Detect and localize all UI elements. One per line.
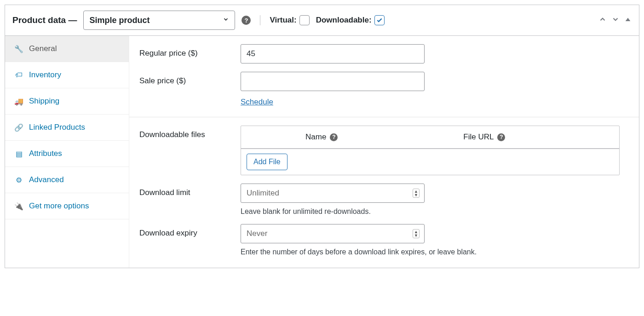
panel-title: Product data — [12,15,77,25]
stepper-arrows-icon[interactable]: ▲▼ [413,229,420,238]
product-data-tabs: 🔧 General 🏷 Inventory 🚚 Shipping 🔗 Linke… [5,36,129,268]
plug-icon: 🔌 [14,202,23,211]
download-limit-label: Download limit [139,184,241,197]
truck-icon: 🚚 [14,97,23,106]
virtual-checkbox[interactable] [299,15,310,25]
row-download-expiry: Download expiry Never ▲▼ Enter the numbe… [129,216,639,256]
chevron-down-icon [223,16,229,24]
tab-label: Advanced [29,175,64,184]
tab-shipping[interactable]: 🚚 Shipping [5,88,129,115]
tab-inventory[interactable]: 🏷 Inventory [5,62,129,88]
help-icon[interactable]: ? [330,133,338,141]
list-icon: ▤ [14,149,23,158]
move-down-icon[interactable] [611,15,620,26]
tab-label: Get more options [29,201,89,211]
help-icon[interactable]: ? [242,16,251,25]
panel-header: Product data — Simple product ? Virtual:… [5,5,639,36]
gear-icon: ⚙ [14,176,23,184]
row-downloadable-files: Downloadable files Name ? File URL ? [129,117,639,175]
product-type-select[interactable]: Simple product [83,11,235,30]
tab-attributes[interactable]: ▤ Attributes [5,141,129,167]
tab-label: General [29,44,57,53]
product-type-value: Simple product [89,16,150,25]
downloadable-files-table: Name ? File URL ? Add File [241,126,620,175]
wrench-icon: 🔧 [14,45,23,53]
tab-label: Linked Products [29,123,85,132]
sale-price-label: Sale price ($) [139,72,241,86]
regular-price-label: Regular price ($) [139,44,241,58]
download-limit-help: Leave blank for unlimited re-downloads. [241,207,629,216]
tag-icon: 🏷 [14,71,23,79]
download-expiry-input[interactable]: Never ▲▼ [241,224,425,243]
product-data-panel: Product data — Simple product ? Virtual:… [5,5,639,268]
sale-price-input[interactable] [241,72,425,91]
collapse-icon[interactable] [624,16,632,25]
download-limit-input[interactable]: Unlimited ▲▼ [241,184,425,203]
tab-advanced[interactable]: ⚙ Advanced [5,167,129,193]
help-icon[interactable]: ? [497,133,505,141]
files-col-name: Name ? [249,132,394,142]
tab-linked-products[interactable]: 🔗 Linked Products [5,115,129,141]
downloadable-checkbox-label: Downloadable: [316,15,385,25]
tab-label: Shipping [29,97,59,106]
files-col-url: File URL ? [394,132,575,142]
schedule-link[interactable]: Schedule [241,98,273,107]
panel-controls [598,15,632,26]
link-icon: 🔗 [14,123,23,132]
tab-general[interactable]: 🔧 General [5,36,129,62]
regular-price-input[interactable] [241,44,425,63]
files-table-header: Name ? File URL ? [241,126,619,149]
row-regular-price: Regular price ($) [129,36,639,63]
downloadable-files-label: Downloadable files [139,126,241,139]
stepper-arrows-icon[interactable]: ▲▼ [413,189,420,198]
move-up-icon[interactable] [598,15,607,26]
separator [260,15,260,25]
row-download-limit: Download limit Unlimited ▲▼ Leave blank … [129,175,639,216]
add-file-button[interactable]: Add File [247,154,288,170]
panel-body: 🔧 General 🏷 Inventory 🚚 Shipping 🔗 Linke… [5,36,639,268]
svg-marker-0 [626,17,631,21]
download-expiry-label: Download expiry [139,224,241,238]
general-tab-content: Regular price ($) Sale price ($) Schedul… [129,36,639,268]
row-sale-price: Sale price ($) Schedule [129,63,639,107]
files-table-footer: Add File [241,149,619,175]
tab-get-more-options[interactable]: 🔌 Get more options [5,193,129,219]
virtual-checkbox-label: Virtual: [270,15,309,25]
downloadable-checkbox[interactable] [374,15,385,25]
tab-label: Inventory [29,70,61,80]
download-expiry-help: Enter the number of days before a downlo… [241,248,629,256]
tab-label: Attributes [29,149,62,158]
